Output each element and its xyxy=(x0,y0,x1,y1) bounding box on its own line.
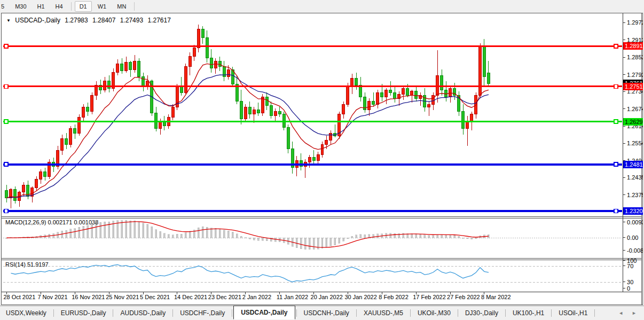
date-axis-label: 5 Dec 2021 xyxy=(140,294,170,300)
date-axis-label: 25 Nov 2021 xyxy=(106,294,139,300)
level-handle xyxy=(4,84,8,88)
tab-separator xyxy=(551,309,552,317)
price-axis-tick: 1.29725 xyxy=(627,19,643,26)
date-axis-label: 30 Jan 2022 xyxy=(344,294,376,300)
level-handle xyxy=(4,209,8,213)
tab-separator xyxy=(296,309,297,317)
symbol-tab-usdcnh[interactable]: USDCNH-,Daily xyxy=(298,307,355,319)
level-handle xyxy=(4,120,8,123)
tab-separator xyxy=(356,309,357,317)
level-line-1.24816 xyxy=(3,163,622,166)
level-handle xyxy=(614,209,618,213)
level-price-badge: 1.28912 xyxy=(625,43,643,49)
date-axis-label: 23 Dec 2021 xyxy=(208,294,241,300)
level-handle xyxy=(4,162,8,166)
date-axis-label: 20 Jan 2022 xyxy=(311,294,343,300)
tab-separator xyxy=(172,309,173,317)
timeframe-button-d1[interactable]: D1 xyxy=(75,1,92,12)
level-handle xyxy=(614,120,618,123)
timeframe-button-5[interactable]: 5 xyxy=(0,1,9,12)
tab-separator xyxy=(113,309,113,317)
macd-indicator-label: MACD(12,26,9) 0.002171 0.001038 xyxy=(5,219,98,225)
tab-separator xyxy=(458,309,458,317)
chart-dropdown-icon[interactable]: ▼ xyxy=(6,18,11,23)
symbol-tab-dj30[interactable]: DJ30-,Daily xyxy=(459,307,504,319)
timeframe-button-m30[interactable]: M30 xyxy=(10,1,31,12)
level-line-1.27515 xyxy=(3,85,622,87)
level-line-1.26297 xyxy=(3,121,622,122)
date-axis-label: 14 Dec 2021 xyxy=(174,294,207,300)
level-price-badge: 1.27515 xyxy=(625,83,643,90)
date-axis-label: 2 Jan 2022 xyxy=(242,294,271,300)
symbol-tabbar: USDX,WeeklyEURUSD-,DailyAUDUSD-,DailyUSD… xyxy=(0,306,644,320)
symbol-tab-ukoil[interactable]: UKOil-,M30 xyxy=(412,307,457,319)
symbol-tab-usoil[interactable]: USOil-,H1 xyxy=(553,307,593,319)
toolbar-separator xyxy=(71,2,72,11)
rsi-axis-tick: 30 xyxy=(627,279,633,285)
tab-scroll-arrows: ◄► xyxy=(618,310,644,316)
tab-separator xyxy=(505,309,506,317)
level-handle xyxy=(4,44,8,48)
price-axis-tick: 1.29125 xyxy=(627,37,643,43)
ohlc-low: 1.27493 xyxy=(120,17,143,24)
symbol-tab-eurusd[interactable]: EURUSD-,Daily xyxy=(55,307,112,319)
date-axis-label: 28 Oct 2021 xyxy=(3,294,35,300)
macd-axis-tick: 0.009303 xyxy=(627,219,643,225)
level-handle xyxy=(614,44,618,48)
symbol-tab-usdchf[interactable]: USDCHF-,Daily xyxy=(174,307,231,319)
tab-separator xyxy=(594,309,595,317)
level-handle xyxy=(614,162,618,166)
price-axis-tick: 1.27925 xyxy=(627,72,643,78)
rsi-axis-tick: 0 xyxy=(627,285,630,292)
symbol-tab-xauusd[interactable]: XAUUSD-,M5 xyxy=(358,307,409,319)
level-price-badge: 1.23200 xyxy=(625,208,643,214)
rsi-indicator-label: RSI(14) 51.9197 xyxy=(5,261,49,268)
date-axis-label: 17 Feb 2022 xyxy=(413,294,446,300)
macd-axis-tick: 0.00 xyxy=(627,235,638,241)
date-axis-label: 8 Feb 2022 xyxy=(379,294,409,300)
date-axis-label: 16 Nov 2021 xyxy=(72,294,105,300)
rsi-axis-tick: 70 xyxy=(627,263,633,269)
tab-scroll-right-icon[interactable]: ► xyxy=(632,310,637,316)
timeframe-button-h1[interactable]: H1 xyxy=(33,1,50,12)
tab-scroll-left-icon[interactable]: ◄ xyxy=(618,310,623,316)
date-axis-label: 11 Jan 2022 xyxy=(277,294,309,300)
level-line-1.23200 xyxy=(3,210,622,212)
level-line-1.28912 xyxy=(3,45,622,47)
symbol-tab-usdx[interactable]: USDX,Weekly xyxy=(0,307,52,319)
ohlc-close: 1.27617 xyxy=(148,17,171,24)
timeframe-button-w1[interactable]: W1 xyxy=(93,1,112,12)
macd-axis-tick: -0.00801 xyxy=(627,247,643,254)
timeframe-button-h4[interactable]: H4 xyxy=(51,1,68,12)
price-axis-tick: 1.28525 xyxy=(627,54,643,60)
chart-title: ▼ USDCAD-,Daily 1.27983 1.28407 1.27493 … xyxy=(6,17,174,24)
chart-symbol-label: USDCAD-,Daily xyxy=(15,17,60,24)
price-axis-tick: 1.23755 xyxy=(627,192,643,198)
date-axis-label: 27 Feb 2022 xyxy=(447,294,480,300)
timeframe-button-mn[interactable]: MN xyxy=(112,1,131,12)
date-axis-label: 8 Mar 2022 xyxy=(481,294,511,300)
price-axis-tick: 1.24355 xyxy=(627,175,643,181)
price-chart-canvas[interactable]: 1.297251.291251.285251.279251.273401.267… xyxy=(1,13,643,305)
toolbar-separator xyxy=(134,2,135,11)
symbol-tab-audusd[interactable]: AUDUSD-,Daily xyxy=(114,307,171,319)
tab-separator xyxy=(53,309,54,317)
tab-separator xyxy=(410,309,411,317)
mt4-application-window: 5M30H1H4D1W1MN 1.297251.291251.285251.27… xyxy=(0,0,644,320)
ohlc-open: 1.27983 xyxy=(65,17,88,24)
ohlc-high: 1.28407 xyxy=(92,17,115,24)
symbol-tab-usdcad[interactable]: USDCAD-,Daily xyxy=(233,306,295,319)
level-price-badge: 1.24816 xyxy=(625,161,643,168)
level-handle xyxy=(614,84,618,88)
price-axis-tick: 1.26740 xyxy=(627,106,643,112)
date-axis-label: 7 Nov 2021 xyxy=(37,294,67,300)
timeframe-toolbar: 5M30H1H4D1W1MN xyxy=(0,0,644,12)
level-price-badge: 1.26297 xyxy=(625,119,643,125)
date-axis[interactable]: 28 Oct 20217 Nov 202116 Nov 202125 Nov 2… xyxy=(3,292,511,300)
symbol-tab-uk100[interactable]: UK100-,H1 xyxy=(507,307,550,319)
tab-separator xyxy=(232,309,232,317)
price-axis-tick: 1.25540 xyxy=(627,140,643,146)
